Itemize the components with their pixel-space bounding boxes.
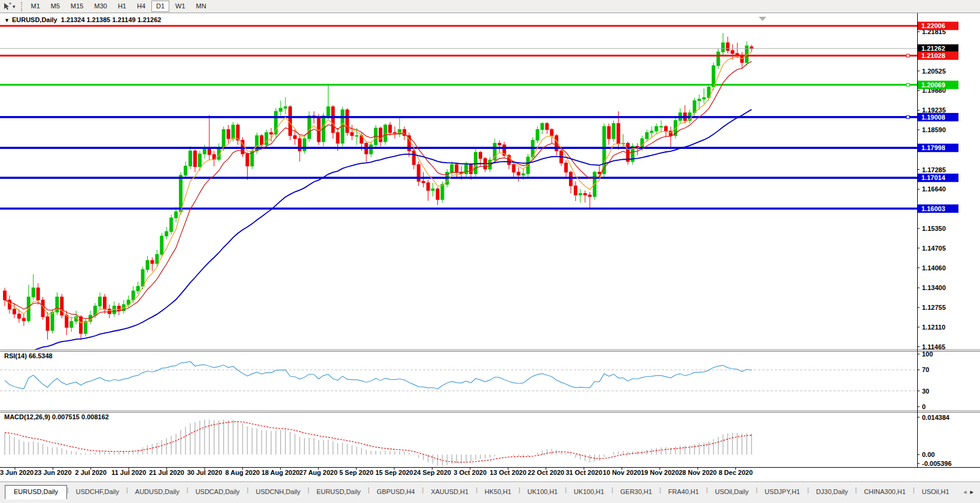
candle <box>346 110 349 133</box>
chart-tab-usdchf-daily[interactable]: USDCHF,Daily <box>69 485 126 499</box>
tab-scroll-left-icon[interactable]: ◂ <box>963 488 970 495</box>
toolbar-grip <box>21 2 22 11</box>
candle <box>198 154 201 166</box>
chart-tab-usdjpy-h1[interactable]: USDJPY,H1 <box>757 485 807 499</box>
chart-tab-ger30-h1[interactable]: GER30,H1 <box>613 485 659 499</box>
date-label[interactable]: 8 Aug 2020 <box>226 469 260 476</box>
timeframe-button-H4[interactable]: H4 <box>132 1 150 12</box>
tab-scroll-right-icon[interactable]: ▸ <box>970 488 977 495</box>
candle <box>203 150 206 154</box>
collapse-triangle-icon[interactable]: ▼ <box>4 17 10 23</box>
date-label[interactable]: 21 Jul 2020 <box>149 469 184 476</box>
date-label[interactable]: 2 Jul 2020 <box>75 469 107 476</box>
candle <box>275 111 278 134</box>
timeframe-button-M30[interactable]: M30 <box>90 1 112 12</box>
date-label[interactable]: 22 Oct 2020 <box>528 469 564 476</box>
chart-tab-hk50-h1[interactable]: HK50,H1 <box>477 485 519 499</box>
hline-drag-handle[interactable] <box>906 54 909 57</box>
chart-tab-uk100-h1[interactable]: UK100,H1 <box>567 485 611 499</box>
date-label[interactable]: 27 Aug 2020 <box>299 469 337 476</box>
date-label[interactable]: 10 Nov 2020 <box>603 469 641 476</box>
candle <box>698 99 701 101</box>
candle <box>80 317 83 334</box>
candle <box>355 136 358 136</box>
candle <box>331 106 334 132</box>
timeframe-button-M5[interactable]: M5 <box>46 1 65 12</box>
price-badge-label: 1.16003 <box>921 205 945 212</box>
macd-indicator-label: MACD(12,26,9) 0.007515 0.008162 <box>4 413 109 420</box>
chart-tab-gbpusd-h4[interactable]: GBPUSD,H4 <box>370 485 422 499</box>
candle <box>570 172 573 186</box>
chart-tab-eurusd-daily[interactable]: EURUSD,Daily <box>309 485 368 499</box>
timeframe-button-D1[interactable]: D1 <box>151 1 169 12</box>
hline-drag-handle[interactable] <box>906 83 909 86</box>
chart-tab-eurusd-daily[interactable]: EURUSD,Daily <box>5 485 67 499</box>
candle <box>308 116 311 139</box>
candle <box>99 297 102 306</box>
chart-tab-dj30-daily[interactable]: DJ30,Daily <box>809 485 855 499</box>
candle <box>227 130 230 139</box>
date-label[interactable]: 8 Dec 2020 <box>719 469 753 476</box>
candle <box>60 297 63 316</box>
date-label[interactable]: 13 Jun 2020 <box>0 469 34 476</box>
rsi-level-label: 70 <box>922 366 929 373</box>
price-badge-label: 1.21028 <box>921 52 945 59</box>
date-label[interactable]: 3 Oct 2020 <box>454 469 486 476</box>
date-label[interactable]: 30 Jul 2020 <box>187 469 223 476</box>
chart-tab-bar: EURUSD,Daily|USDCHF,Daily|AUDUSD,Daily|U… <box>0 481 980 503</box>
candle <box>146 260 149 269</box>
date-label[interactable]: 24 Sep 2020 <box>413 469 451 476</box>
date-label[interactable]: 5 Sep 2020 <box>339 469 373 476</box>
panel-separator[interactable] <box>0 411 980 411</box>
chart-tab-china300-h1[interactable]: CHINA300,H1 <box>857 485 913 499</box>
candle <box>70 321 73 327</box>
date-label[interactable]: 31 Oct 2020 <box>565 469 602 476</box>
candle <box>189 151 192 166</box>
chart-tab-usoil-daily[interactable]: USOil,Daily <box>708 485 756 499</box>
price-tick-label: 1.14060 <box>922 264 946 272</box>
candle <box>693 100 696 112</box>
timeframe-button-MN[interactable]: MN <box>191 1 211 12</box>
date-label[interactable]: 19 Nov 2020 <box>641 469 679 476</box>
chart-tab-usoil-h1[interactable]: USOil,H1 <box>915 485 957 499</box>
candle <box>194 151 197 166</box>
price-badge-label: 1.21262 <box>921 45 945 52</box>
price-tick-label: 1.14705 <box>922 245 946 252</box>
timeframe-button-M15[interactable]: M15 <box>66 1 88 12</box>
panel-separator[interactable] <box>0 351 980 352</box>
chart-tab-xauusd-h1[interactable]: XAUUSD,H1 <box>424 485 476 499</box>
candle <box>65 315 68 327</box>
candle <box>598 172 601 174</box>
rsi-level-label: 0 <box>922 403 926 410</box>
candle <box>136 286 139 291</box>
price-badge-label: 1.22006 <box>921 22 945 29</box>
date-label[interactable]: 13 Oct 2020 <box>490 469 526 476</box>
price-tick-label: 1.13400 <box>922 284 946 291</box>
chart-tab-audusd-daily[interactable]: AUDUSD,Daily <box>128 485 187 499</box>
candle <box>46 317 49 331</box>
timeframe-button-M1[interactable]: M1 <box>26 1 45 12</box>
price-chart-canvas[interactable]: 13 Jun 202023 Jun 20202 Jul 202011 Jul 2… <box>0 13 980 481</box>
date-label[interactable]: 23 Jun 2020 <box>34 469 71 476</box>
hline-drag-handle[interactable] <box>906 115 909 118</box>
candle <box>293 136 296 139</box>
candle <box>574 186 577 195</box>
candle <box>151 260 154 263</box>
chart-tab-usdcnh-daily[interactable]: USDCNH,Daily <box>248 485 308 499</box>
chart-tab-uk100-h1[interactable]: UK100,H1 <box>520 485 565 499</box>
candle <box>412 151 415 164</box>
candle <box>222 130 225 148</box>
timeframe-button-W1[interactable]: W1 <box>171 1 190 12</box>
chart-tab-fra40-h1[interactable]: FRA40,H1 <box>661 485 706 499</box>
timeframe-button-H1[interactable]: H1 <box>113 1 131 12</box>
panel-separator[interactable] <box>0 350 980 350</box>
date-label[interactable]: 11 Jul 2020 <box>111 469 146 476</box>
date-label[interactable]: 15 Sep 2020 <box>376 469 413 476</box>
price-tick-label: 1.17285 <box>922 166 946 173</box>
crosshair-cursor-icon[interactable] <box>2 2 12 11</box>
date-label[interactable]: 28 Nov 2020 <box>678 469 717 476</box>
date-label[interactable]: 18 Aug 2020 <box>261 469 300 476</box>
panel-separator[interactable] <box>0 412 980 413</box>
chart-tab-usdcad-daily[interactable]: USDCAD,Daily <box>188 485 247 499</box>
cursor-dropdown-icon[interactable]: ▾ <box>13 4 16 10</box>
